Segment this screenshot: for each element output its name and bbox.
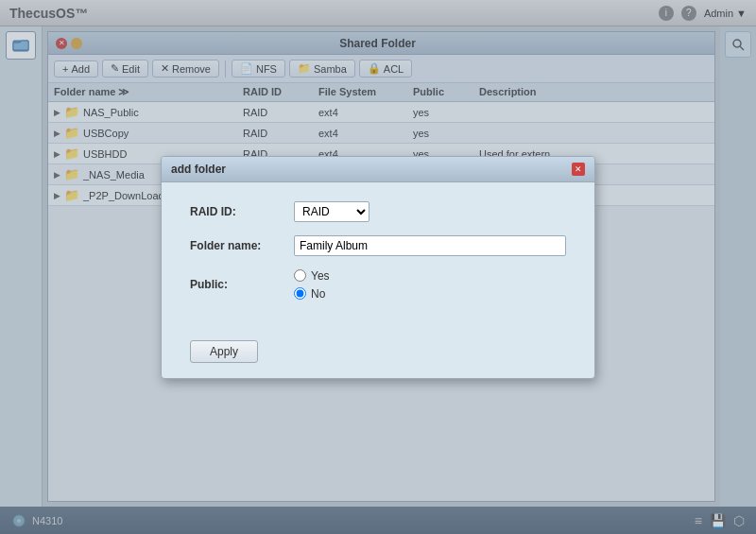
dialog-body: RAID ID: RAID Folder name: Public:: [162, 182, 594, 333]
public-yes-label: Yes: [311, 269, 330, 283]
public-yes-radio[interactable]: [294, 269, 306, 282]
folder-name-row: Folder name:: [190, 235, 566, 256]
raid-id-row: RAID ID: RAID: [190, 201, 566, 222]
raid-id-label: RAID ID:: [190, 205, 294, 218]
folder-name-label: Folder name:: [190, 239, 294, 252]
public-label: Public:: [190, 278, 294, 291]
public-yes-row: Yes: [294, 269, 566, 283]
public-no-radio[interactable]: [294, 287, 306, 300]
dialog-title-bar: add folder ✕: [162, 157, 594, 182]
public-no-row: No: [294, 287, 566, 301]
raid-id-control: RAID: [294, 201, 566, 222]
folder-name-input[interactable]: [294, 235, 566, 256]
public-row: Public: Yes No: [190, 269, 566, 301]
add-folder-dialog: add folder ✕ RAID ID: RAID Folder name:: [161, 156, 595, 379]
raid-id-select[interactable]: RAID: [294, 201, 369, 222]
folder-name-control: [294, 235, 566, 256]
dialog-footer: Apply: [162, 333, 594, 378]
public-radio-group: Yes No: [294, 269, 566, 301]
public-control: Yes No: [294, 269, 566, 301]
dialog-overlay: add folder ✕ RAID ID: RAID Folder name:: [0, 0, 756, 534]
public-no-label: No: [311, 287, 325, 301]
apply-button[interactable]: Apply: [190, 340, 258, 363]
dialog-close-btn[interactable]: ✕: [572, 163, 585, 176]
dialog-title: add folder: [171, 163, 226, 176]
